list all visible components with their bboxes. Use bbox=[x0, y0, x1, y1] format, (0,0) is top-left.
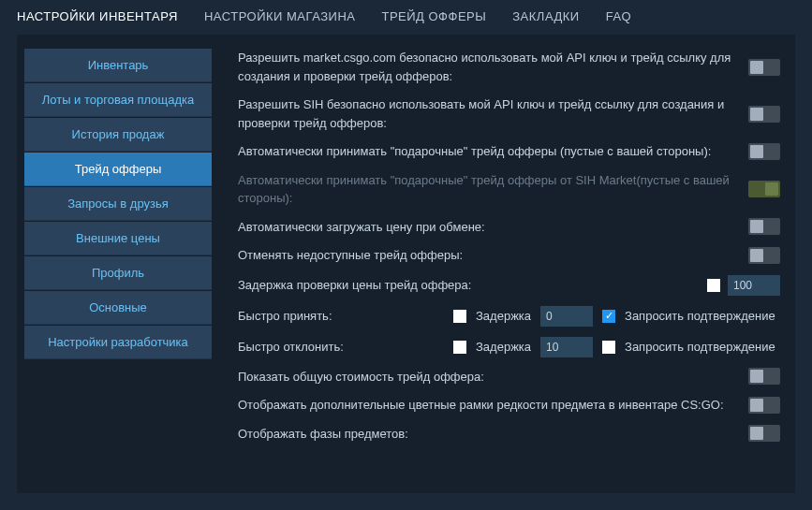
sidebar-item-lots[interactable]: Лоты и торговая площадка bbox=[24, 83, 212, 117]
checkbox-quick-accept-confirm[interactable] bbox=[602, 310, 615, 323]
label-quick-decline-confirm: Запросить подтверждение bbox=[625, 340, 775, 354]
label-auto-accept-gift: Автоматически принимать "подарочные" тре… bbox=[238, 142, 735, 161]
sidebar-item-inventory[interactable]: Инвентарь bbox=[24, 49, 212, 82]
label-show-rarity-frames: Отображать дополнительные цветные рамки … bbox=[238, 396, 735, 415]
checkbox-quick-decline-confirm[interactable] bbox=[602, 341, 615, 354]
settings-panel: Инвентарь Лоты и торговая площадка Истор… bbox=[17, 35, 795, 493]
sidebar-item-friend-requests[interactable]: Запросы в друзья bbox=[24, 187, 212, 221]
nav-bookmarks[interactable]: ЗАКЛАДКИ bbox=[512, 9, 579, 23]
sidebar-item-profile[interactable]: Профиль bbox=[24, 256, 212, 290]
toggle-show-total-cost[interactable] bbox=[748, 368, 780, 385]
toggle-allow-market-csgo[interactable] bbox=[748, 59, 780, 76]
checkbox-price-check-delay[interactable] bbox=[707, 279, 720, 292]
checkbox-quick-decline-delay[interactable] bbox=[453, 341, 466, 354]
toggle-show-rarity-frames[interactable] bbox=[748, 397, 780, 414]
label-quick-decline-delay: Задержка bbox=[476, 340, 531, 354]
nav-trade-offers[interactable]: ТРЕЙД ОФФЕРЫ bbox=[381, 9, 486, 23]
sidebar-item-sales-history[interactable]: История продаж bbox=[24, 118, 212, 152]
sidebar-item-developer[interactable]: Настройки разработчика bbox=[24, 326, 212, 359]
content: Разрешить market.csgo.com безопасно испо… bbox=[212, 49, 786, 465]
label-quick-accept-confirm: Запросить подтверждение bbox=[625, 309, 775, 323]
label-show-phases: Отображать фазы предметов: bbox=[238, 425, 735, 444]
toggle-allow-sih[interactable] bbox=[748, 106, 780, 123]
sidebar-item-external-prices[interactable]: Внешние цены bbox=[24, 222, 212, 255]
label-allow-sih: Разрешить SIH безопасно использовать мой… bbox=[238, 95, 735, 132]
label-show-total-cost: Показать общую стоимость трейд оффера: bbox=[238, 368, 735, 386]
label-quick-accept: Быстро принять: bbox=[238, 309, 444, 323]
top-nav: НАСТРОЙКИ ИНВЕНТАРЯ НАСТРОЙКИ МАГАЗИНА Т… bbox=[0, 0, 812, 35]
label-auto-load-price: Автоматически загружать цену при обмене: bbox=[238, 218, 735, 237]
nav-faq[interactable]: FAQ bbox=[606, 9, 632, 23]
label-quick-accept-delay: Задержка bbox=[476, 309, 531, 323]
label-cancel-unavailable: Отменять недоступные трейд офферы: bbox=[238, 246, 735, 265]
nav-store-settings[interactable]: НАСТРОЙКИ МАГАЗИНА bbox=[204, 9, 356, 23]
toggle-auto-accept-gift-sih[interactable] bbox=[748, 181, 780, 197]
toggle-auto-accept-gift[interactable] bbox=[748, 143, 780, 160]
sidebar: Инвентарь Лоты и торговая площадка Истор… bbox=[24, 49, 212, 465]
label-allow-market-csgo: Разрешить market.csgo.com безопасно испо… bbox=[238, 49, 735, 85]
checkbox-quick-accept-delay[interactable] bbox=[453, 310, 466, 323]
label-quick-decline: Быстро отклонить: bbox=[238, 340, 444, 354]
toggle-auto-load-price[interactable] bbox=[748, 218, 780, 235]
input-quick-decline-delay[interactable] bbox=[540, 337, 593, 357]
input-price-check-delay[interactable] bbox=[728, 275, 780, 296]
toggle-show-phases[interactable] bbox=[748, 425, 780, 442]
sidebar-item-trade-offers[interactable]: Трейд офферы bbox=[24, 153, 212, 186]
sidebar-item-general[interactable]: Основные bbox=[24, 291, 212, 325]
label-auto-accept-gift-sih: Автоматически принимать "подарочные" тре… bbox=[238, 171, 735, 208]
input-quick-accept-delay[interactable] bbox=[540, 306, 593, 327]
label-price-check-delay: Задержка проверки цены трейд оффера: bbox=[238, 276, 694, 295]
nav-inventory-settings[interactable]: НАСТРОЙКИ ИНВЕНТАРЯ bbox=[17, 9, 178, 23]
toggle-cancel-unavailable[interactable] bbox=[748, 247, 780, 264]
